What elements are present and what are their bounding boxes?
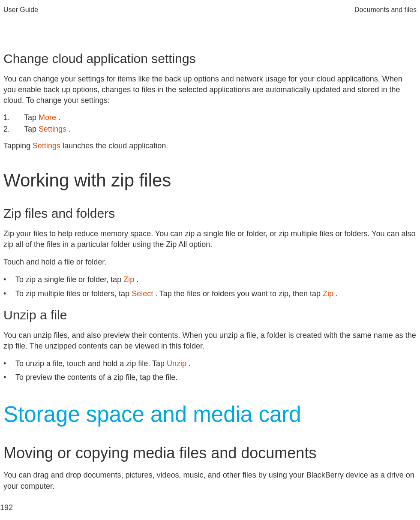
zip-folders-list: • To zip a single file or folder, tap Zi… <box>3 274 417 299</box>
page-content: Change cloud application settings You ca… <box>0 51 420 492</box>
list-text: To zip a single file or folder, tap Zip … <box>15 274 417 285</box>
bullet-icon: • <box>3 274 15 285</box>
list-text: To preview the contents of a zip file, t… <box>15 372 417 383</box>
list-text: To unzip a file, touch and hold a zip fi… <box>15 358 417 369</box>
list-item: • To unzip a file, touch and hold a zip … <box>3 358 417 369</box>
bullet-icon: • <box>3 358 15 369</box>
moving-copying-para1: You can drag and drop documents, picture… <box>3 470 417 491</box>
unzip-link[interactable]: Unzip <box>167 359 186 368</box>
list-item: 2. Tap Settings . <box>3 125 417 134</box>
page-number: 192 <box>0 503 13 512</box>
header-left: User Guide <box>3 6 38 14</box>
settings-link[interactable]: Settings <box>39 125 66 133</box>
bullet-icon: • <box>3 372 15 383</box>
zip-folders-para2: Touch and hold a file or folder. <box>3 257 417 268</box>
section1-para1: You can change your settings for items l… <box>3 74 417 106</box>
section1-title: Change cloud application settings <box>3 51 417 66</box>
settings-link-2[interactable]: Settings <box>33 141 60 150</box>
section1-list: 1. Tap More . 2. Tap Settings . <box>3 113 417 134</box>
list-text: To zip multiple files or folders, tap Se… <box>15 289 417 299</box>
moving-copying-title: Moving or copying media files and docume… <box>3 444 417 462</box>
list-item: • To preview the contents of a zip file,… <box>3 372 417 383</box>
zip-folders-para1: Zip your files to help reduce memory spa… <box>3 228 417 250</box>
unzip-title: Unzip a file <box>3 308 417 322</box>
unzip-list: • To unzip a file, touch and hold a zip … <box>3 358 417 383</box>
list-text: Tap More . <box>24 113 417 122</box>
zip-link[interactable]: Zip <box>123 275 134 284</box>
list-text: Tap Settings . <box>24 125 417 134</box>
unzip-para1: You can unzip files, and also preview th… <box>3 330 417 352</box>
section2-title: Working with zip files <box>3 170 417 191</box>
list-item: • To zip multiple files or folders, tap … <box>3 289 417 299</box>
page-header: User Guide Documents and files <box>0 0 420 14</box>
section1-para2: Tapping Settings launches the cloud appl… <box>3 141 417 151</box>
list-number: 2. <box>3 125 24 134</box>
list-item: 1. Tap More . <box>3 113 417 122</box>
more-link[interactable]: More <box>39 113 56 122</box>
section3-title: Storage space and media card <box>3 402 417 427</box>
header-right: Documents and files <box>354 6 417 14</box>
bullet-icon: • <box>3 289 15 299</box>
list-number: 1. <box>3 113 24 122</box>
zip-folders-title: Zip files and folders <box>3 206 417 221</box>
zip-link-2[interactable]: Zip <box>323 289 333 298</box>
select-link[interactable]: Select <box>132 289 153 298</box>
list-item: • To zip a single file or folder, tap Zi… <box>3 274 417 285</box>
